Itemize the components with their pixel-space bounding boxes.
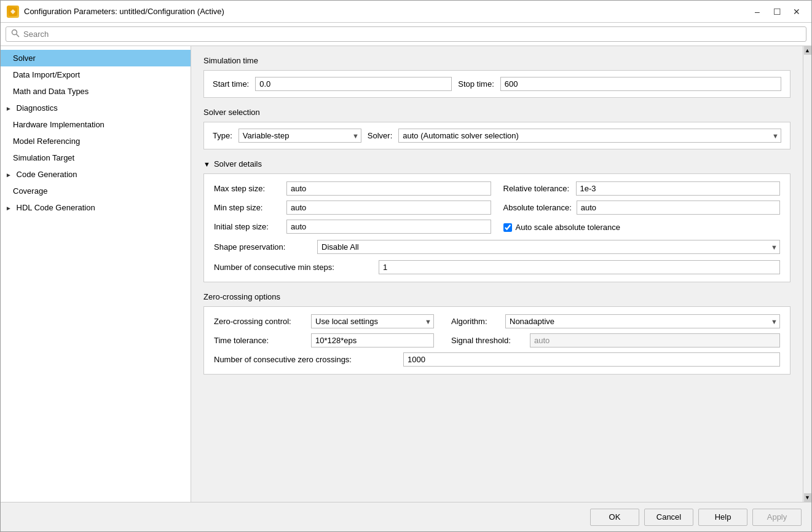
relative-tolerance-row: Relative tolerance: <box>503 181 781 196</box>
search-icon <box>11 29 20 39</box>
sidebar-item-hdl-code-gen[interactable]: ► HDL Code Generation <box>1 199 191 216</box>
svg-point-1 <box>12 30 17 35</box>
absolute-tolerance-input[interactable] <box>577 200 780 215</box>
sidebar-item-solver[interactable]: Solver <box>1 50 191 66</box>
solver-details-section: ▼ Solver details Max step size: Relative… <box>203 159 790 282</box>
zc-control-select[interactable]: Use local settings Enable All Disable Al… <box>311 314 434 328</box>
type-label: Type: <box>213 131 232 140</box>
sidebar-item-solver-label: Solver <box>13 54 36 63</box>
solver-label: Solver: <box>368 131 392 140</box>
search-input-wrap <box>6 26 806 42</box>
max-step-label: Max step size: <box>214 184 282 193</box>
type-select[interactable]: Variable-step Fixed-step <box>238 129 361 143</box>
help-button[interactable]: Help <box>698 509 747 526</box>
consec-min-steps-label: Number of consecutive min steps: <box>214 263 374 272</box>
initial-step-input[interactable] <box>286 220 491 234</box>
right-panel: Simulation time Start time: Stop time: S… <box>191 46 803 502</box>
zero-crossing-header: Zero-crossing options <box>203 292 790 301</box>
simulation-time-header: Simulation time <box>203 56 790 65</box>
zc-time-row: Time tolerance: Signal threshold: <box>214 333 780 347</box>
solver-details-panel: Max step size: Relative tolerance: Min s… <box>203 173 790 282</box>
search-bar <box>1 23 811 46</box>
vertical-scrollbar[interactable]: ▲ ▼ <box>803 46 811 502</box>
sidebar-item-model-referencing[interactable]: Model Referencing <box>1 133 191 149</box>
algorithm-select-wrap: Nonadaptive Adaptive ▼ <box>505 314 780 328</box>
signal-threshold-input[interactable] <box>530 333 780 347</box>
zc-consec-row: Number of consecutive zero crossings: <box>214 352 780 367</box>
sidebar-item-coverage[interactable]: Coverage <box>1 183 191 199</box>
zc-consec-input[interactable] <box>403 352 780 367</box>
sidebar-item-diagnostics-label: Diagnostics <box>17 103 58 113</box>
time-tolerance-input[interactable] <box>311 333 434 347</box>
relative-tolerance-input[interactable] <box>576 181 781 196</box>
algorithm-select[interactable]: Nonadaptive Adaptive <box>505 314 780 328</box>
max-step-row: Max step size: <box>214 181 491 196</box>
zc-consec-label: Number of consecutive zero crossings: <box>214 355 398 364</box>
maximize-button[interactable]: ☐ <box>768 4 786 19</box>
min-step-row: Min step size: <box>214 200 491 215</box>
sidebar-item-diagnostics[interactable]: ► Diagnostics <box>1 100 191 116</box>
zc-control-row: Zero-crossing control: Use local setting… <box>214 314 780 328</box>
initial-step-label: Initial step size: <box>214 222 282 231</box>
svg-line-2 <box>17 34 20 38</box>
search-input[interactable] <box>23 30 801 39</box>
sidebar-item-model-referencing-label: Model Referencing <box>13 137 80 146</box>
code-generation-expand-icon: ► <box>6 172 12 178</box>
stop-time-label: Stop time: <box>458 79 494 89</box>
absolute-tolerance-label: Absolute tolerance: <box>503 203 572 212</box>
title-bar: Configuration Parameters: untitled/Confi… <box>1 1 811 23</box>
initial-step-row: Initial step size: <box>214 220 491 234</box>
sidebar-item-code-generation[interactable]: ► Code Generation <box>1 166 191 183</box>
sidebar-item-simulation-target[interactable]: Simulation Target <box>1 149 191 166</box>
diagnostics-expand-icon: ► <box>6 105 12 112</box>
time-tolerance-label: Time tolerance: <box>214 336 306 345</box>
shape-preservation-select[interactable]: Disable All Enable All <box>317 240 780 254</box>
sidebar-item-data-import-export[interactable]: Data Import/Export <box>1 66 191 83</box>
solver-selection-panel: Type: Variable-step Fixed-step ▼ Solver:… <box>203 122 790 149</box>
window-title: Configuration Parameters: untitled/Confi… <box>24 7 749 16</box>
window-controls: – ☐ ✕ <box>749 4 805 19</box>
auto-scale-label: Auto scale absolute tolerance <box>516 223 621 232</box>
solver-select-wrap: auto (Automatic solver selection) ode45 … <box>398 129 781 143</box>
sidebar-item-data-import-export-label: Data Import/Export <box>13 70 80 79</box>
sidebar-item-hardware-impl[interactable]: Hardware Implementation <box>1 116 191 133</box>
auto-scale-row: Auto scale absolute tolerance <box>503 221 781 234</box>
relative-tolerance-label: Relative tolerance: <box>503 184 571 193</box>
solver-select[interactable]: auto (Automatic solver selection) ode45 … <box>398 129 781 143</box>
min-step-label: Min step size: <box>214 203 282 212</box>
hdl-code-gen-expand-icon: ► <box>6 205 12 212</box>
sidebar: Solver Data Import/Export Math and Data … <box>1 46 191 502</box>
solver-details-header[interactable]: ▼ Solver details <box>203 159 790 169</box>
ok-button[interactable]: OK <box>590 509 639 526</box>
footer: OK Cancel Help Apply <box>1 502 811 531</box>
algorithm-label: Algorithm: <box>451 317 500 326</box>
consec-min-steps-input[interactable] <box>379 260 780 274</box>
shape-preservation-select-wrap: Disable All Enable All ▼ <box>317 240 780 254</box>
start-time-label: Start time: <box>213 79 249 89</box>
stop-time-input[interactable] <box>500 77 781 91</box>
sidebar-item-hardware-impl-label: Hardware Implementation <box>13 120 104 129</box>
zero-crossing-panel: Zero-crossing control: Use local setting… <box>203 306 790 375</box>
app-icon <box>7 6 19 18</box>
apply-button[interactable]: Apply <box>752 509 802 526</box>
window: Configuration Parameters: untitled/Confi… <box>0 0 812 532</box>
sidebar-item-math-data-types[interactable]: Math and Data Types <box>1 83 191 100</box>
zc-control-select-wrap: Use local settings Enable All Disable Al… <box>311 314 434 328</box>
start-time-input[interactable] <box>255 77 452 91</box>
main-content: Solver Data Import/Export Math and Data … <box>1 46 811 502</box>
min-step-input[interactable] <box>286 200 491 215</box>
auto-scale-checkbox[interactable] <box>503 223 512 232</box>
absolute-tolerance-row: Absolute tolerance: <box>503 200 781 215</box>
close-button[interactable]: ✕ <box>788 4 805 19</box>
solver-selection-header: Solver selection <box>203 108 790 117</box>
shape-preservation-row: Shape preservation: Disable All Enable A… <box>214 240 780 254</box>
shape-preservation-label: Shape preservation: <box>214 242 312 252</box>
sidebar-item-coverage-label: Coverage <box>13 186 47 196</box>
max-step-input[interactable] <box>286 181 491 196</box>
cancel-button[interactable]: Cancel <box>644 509 693 526</box>
zero-crossing-section: Zero-crossing options Zero-crossing cont… <box>203 292 790 375</box>
sidebar-item-math-data-types-label: Math and Data Types <box>13 87 89 96</box>
sidebar-item-code-generation-label: Code Generation <box>17 170 77 179</box>
solver-details-header-label: Solver details <box>214 159 262 169</box>
minimize-button[interactable]: – <box>749 4 766 19</box>
